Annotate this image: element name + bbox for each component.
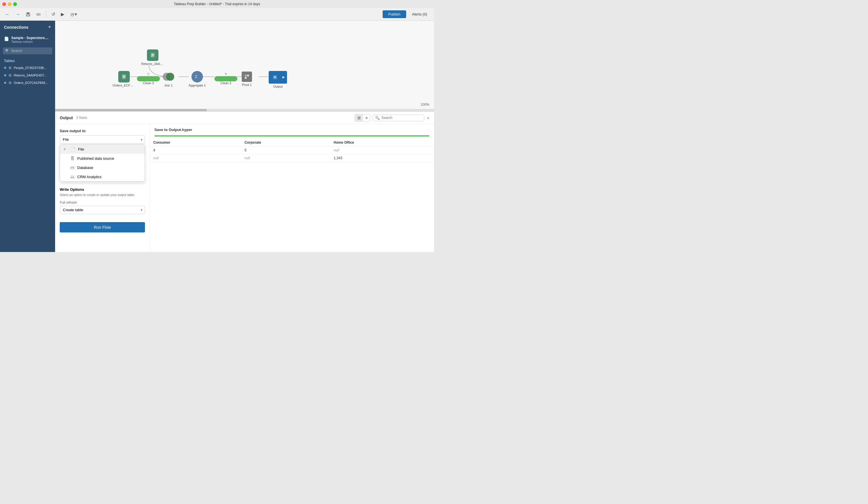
dropdown-item-published[interactable]: 🗄 Published data source [60,154,145,163]
table-row: null null 1,343 [150,154,434,162]
node-join1[interactable]: Join 1 [163,71,174,87]
save-output-select[interactable]: File [60,135,145,144]
svg-marker-29 [282,76,285,79]
view-grid-button[interactable]: ⊞ [355,114,363,121]
dropdown-file-label: File [78,147,84,151]
search-input[interactable] [11,49,50,53]
close-button[interactable] [2,2,6,6]
file-icon: 📄 [70,147,75,151]
save-output-label: Save output to [60,129,145,133]
write-options-desc: Select an option to create or update you… [60,193,145,197]
dropdown-item-file[interactable]: ✓ 📄 File [60,144,145,154]
table-item-people[interactable]: ⊞ People_D73023733B... [0,64,55,72]
run-flow-button[interactable]: Run Flow [60,222,145,232]
table-name: Returns_2AA0FE4D7... [14,73,47,77]
dropdown-database-label: Database [77,165,93,170]
aggregate-icon: Σ [192,71,203,82]
col-consumer: Consumer [150,139,241,147]
dropdown-item-database[interactable]: 🗃 Database [60,163,145,172]
node-label-clean3: Clean 3 [143,81,154,85]
table-item-orders[interactable]: ⊞ Orders_ECFCA1FB69... [0,79,55,87]
toolbar: ← → ↺ ▶ ▾ Publish Alerts (0) [0,8,434,21]
scrollbar-thumb[interactable] [55,109,207,111]
canvas-area: Returns_2AA0... Orders_ECFCA... ▽ Clean … [55,21,434,252]
write-options-title: Write Options [60,187,145,192]
database-icon: 🗃 [70,165,74,170]
node-shape-pivot1 [242,72,252,82]
cell-consumer-1: 9 [150,147,241,154]
dropdown-crm-label: CRM Analytics [77,175,102,179]
panel-search[interactable]: 🔍 [373,115,424,121]
create-table-select[interactable]: Create table [60,206,145,214]
dropdown-item-crm[interactable]: 🗂 CRM Analytics [60,172,145,181]
file-select-wrapper: File ▾ ✓ 📄 File 🗄 [60,135,145,144]
search-box[interactable]: 🔍 [3,48,52,54]
publish-button[interactable]: Publish [383,10,406,18]
svg-text:Σ: Σ [195,75,197,79]
table-icon: ⊞ [9,66,11,70]
table-name: Orders_ECFCA1FB69... [14,81,48,84]
node-shape-output [269,71,287,84]
col-corporate: Corporate [241,139,330,147]
forward-button[interactable]: → [14,11,22,18]
save-output-dropdown: ✓ 📄 File 🗄 Published data source [60,144,145,182]
schedule-button[interactable]: ▾ [68,10,79,18]
node-returns[interactable]: Returns_2AA0... [141,49,164,65]
add-step-button[interactable] [34,11,42,18]
run-button[interactable]: ▶ [59,10,66,18]
panel-content: Save output to File ▾ ✓ 📄 File [55,124,434,252]
node-output[interactable]: Output [269,71,287,88]
node-orders[interactable]: Orders_ECFCA... [113,71,135,87]
create-table-wrapper: Create table ▾ [60,206,145,214]
node-aggregate1[interactable]: Σ Aggregate 1 [189,71,206,87]
node-pivot1[interactable]: Pivot 1 [242,72,252,87]
table-item-returns[interactable]: ⊞ Returns_2AA0FE4D7... [0,72,55,79]
svg-rect-24 [247,75,249,77]
preview-green-bar [154,135,430,137]
data-table: Consumer Corporate Home Office 9 5 null [150,139,434,162]
panel-header: Output 3 fields ⊞ ≡ 🔍 ∨ [55,112,434,124]
cell-home-2: 1,343 [330,154,434,162]
connection-name: Sample - Superstore.... [11,36,49,40]
connection-item[interactable]: 📄 Sample - Superstore.... Tableau extrac… [0,34,55,46]
minimize-button[interactable] [8,2,11,6]
node-label-clean2: Clean 2 [220,81,231,85]
node-label-pivot1: Pivot 1 [242,83,252,87]
clean-bar-3 [137,76,160,81]
title-bar: Tableau Prep Builder - Untitled* - Trial… [0,0,434,8]
alerts-button[interactable]: Alerts (0) [409,10,431,18]
preview-header: Save to Output.hyper [150,124,434,135]
expand-button[interactable]: ∨ [426,115,430,120]
node-clean3[interactable]: ▽ Clean 3 [137,72,160,85]
add-connection-button[interactable]: + [48,24,51,30]
cell-consumer-2: null [150,154,241,162]
table-dot [4,74,6,77]
panel-subtitle: 3 fields [76,116,87,120]
save-button[interactable] [24,11,32,18]
col-home-office: Home Office [330,139,434,147]
output-icon [269,72,281,83]
canvas-scrollbar[interactable] [55,109,434,111]
refresh-button[interactable]: ↺ [50,10,57,18]
join-icon [163,71,174,82]
back-button[interactable]: ← [3,11,11,18]
view-toggle: ⊞ ≡ [355,114,370,122]
node-clean2[interactable]: ✎ Clean 2 [214,72,237,85]
maximize-button[interactable] [13,2,17,6]
panel-toolbar-right: ⊞ ≡ 🔍 ∨ [355,114,430,122]
connection-icon: 📄 [4,37,9,41]
window-title: Tableau Prep Builder - Untitled* - Trial… [174,2,260,6]
panel-search-input[interactable] [382,116,422,120]
table-dot [4,67,6,69]
source-icon-returns [147,49,158,61]
full-refresh-label: Full refresh [60,201,145,204]
table-icon: ⊞ [9,73,11,77]
bottom-panel: Output 3 fields ⊞ ≡ 🔍 ∨ Sav [55,111,434,252]
node-shape-aggregate1: Σ [192,71,203,82]
view-list-button[interactable]: ≡ [363,114,370,121]
svg-rect-26 [273,75,277,79]
toolbar-separator [46,11,46,18]
table-header-row: Consumer Corporate Home Office [150,139,434,147]
node-shape-returns [147,49,158,61]
flow-canvas[interactable]: Returns_2AA0... Orders_ECFCA... ▽ Clean … [55,21,434,109]
